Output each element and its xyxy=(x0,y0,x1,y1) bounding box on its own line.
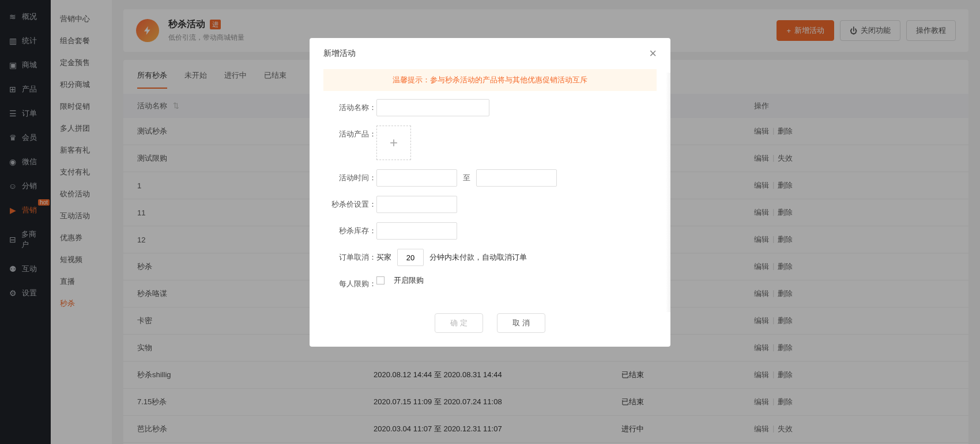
modal-form: 活动名称： 活动产品： + 活动时间： 至 秒杀价设置： 秒杀库存： xyxy=(310,99,670,304)
to-text: 至 xyxy=(463,173,470,183)
label-price: 秒杀价设置： xyxy=(323,196,376,210)
cancel-button[interactable]: 取 消 xyxy=(497,313,545,333)
label-stock: 秒杀库存： xyxy=(323,222,376,236)
buyer-text: 买家 xyxy=(376,252,391,263)
limit-checkbox[interactable] xyxy=(376,276,385,284)
stock-input[interactable] xyxy=(376,222,457,240)
end-time-input[interactable] xyxy=(476,169,557,187)
confirm-button[interactable]: 确 定 xyxy=(435,313,483,333)
label-cancel-order: 订单取消： xyxy=(323,249,376,263)
cancel-minutes-input[interactable] xyxy=(397,249,424,266)
label-product: 活动产品： xyxy=(323,126,376,139)
modal-header: 新增活动 × xyxy=(310,38,670,69)
modal-scroll-shadow xyxy=(666,73,670,312)
close-icon[interactable]: × xyxy=(649,47,657,60)
label-name: 活动名称： xyxy=(323,99,376,113)
modal-overlay[interactable]: 新增活动 × 温馨提示：参与秒杀活动的产品将与其他优惠促销活动互斥 活动名称： … xyxy=(0,0,980,444)
modal-footer: 确 定 取 消 xyxy=(310,304,670,347)
limit-open-text: 开启限购 xyxy=(394,275,424,286)
modal-hint: 温馨提示：参与秒杀活动的产品将与其他优惠促销活动互斥 xyxy=(323,69,657,91)
cancel-suffix-text: 分钟内未付款，自动取消订单 xyxy=(429,252,527,263)
price-input[interactable] xyxy=(376,196,457,213)
modal: 新增活动 × 温馨提示：参与秒杀活动的产品将与其他优惠促销活动互斥 活动名称： … xyxy=(310,38,670,347)
label-time: 活动时间： xyxy=(323,169,376,183)
modal-title: 新增活动 xyxy=(323,48,356,59)
label-limit: 每人限购： xyxy=(323,275,376,289)
activity-name-input[interactable] xyxy=(376,99,489,116)
start-time-input[interactable] xyxy=(376,169,457,187)
add-product-button[interactable]: + xyxy=(376,126,411,160)
